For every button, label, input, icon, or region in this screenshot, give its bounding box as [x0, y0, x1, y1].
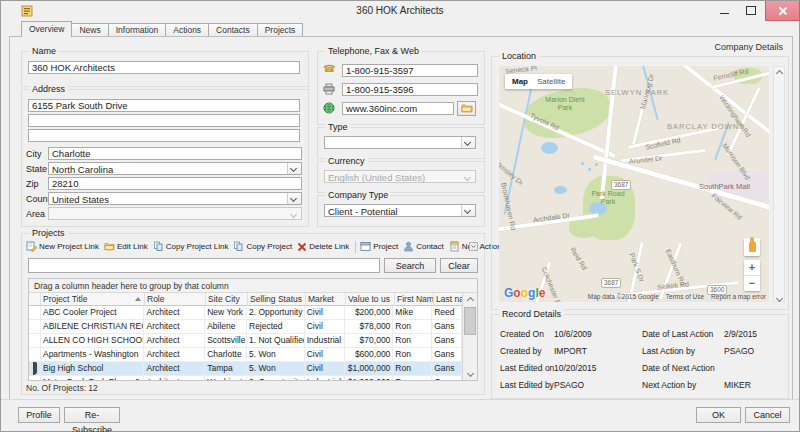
table-cell: Washington	[205, 376, 247, 381]
column-header-value-to-us[interactable]: Value to us	[346, 293, 395, 306]
new-project-link-icon	[26, 241, 37, 252]
map-button[interactable]: Map	[512, 77, 528, 86]
delete-icon	[297, 242, 307, 252]
toolbar-item-label: Copy Project Link	[166, 242, 229, 251]
map-label: Marion Diehl Park	[543, 96, 587, 111]
tab-actions[interactable]: Actions	[165, 23, 209, 36]
table-row[interactable]: Apartments - WashingtonArchitectCharlott…	[29, 348, 462, 362]
table-cell: Industrial	[305, 376, 345, 381]
address-group: Address City State North Carolina Zip Co…	[21, 89, 309, 227]
close-button[interactable]	[765, 1, 800, 21]
resubscribe-button[interactable]: Re-Subscribe	[64, 407, 120, 423]
record-field-value: MIKER	[724, 380, 751, 390]
table-row[interactable]: ABILENE CHRISTIAN RECREATI...ArchitectAb…	[29, 320, 462, 334]
address-line3-input[interactable]	[28, 129, 300, 142]
zip-input[interactable]	[48, 177, 302, 190]
table-row[interactable]: Metro Bank Park Phase 2ArchitectWashingt…	[29, 376, 462, 381]
maximize-button[interactable]	[738, 1, 764, 20]
open-web-button[interactable]	[457, 101, 476, 116]
column-header-role[interactable]: Role	[145, 293, 206, 306]
pegman-control[interactable]	[744, 238, 760, 256]
tab-contacts[interactable]: Contacts	[208, 23, 258, 36]
country-select[interactable]: United States	[48, 192, 302, 205]
table-cell: 2. Opportunity	[247, 376, 305, 381]
project-button[interactable]: Project	[360, 241, 398, 252]
column-header-market[interactable]: Market	[306, 293, 346, 306]
city-input[interactable]	[48, 147, 302, 160]
address-line2-input[interactable]	[28, 114, 300, 127]
table-cell: Scottsville	[205, 334, 247, 347]
address-line1-input[interactable]	[28, 99, 300, 112]
web-input[interactable]	[342, 102, 454, 115]
search-input[interactable]	[28, 258, 380, 273]
dropdown-button[interactable]	[287, 163, 301, 174]
satellite-button[interactable]: Satellite	[537, 77, 565, 86]
delete-link-button[interactable]: Delete Link	[297, 242, 349, 252]
dropdown-button[interactable]	[461, 137, 475, 148]
type-select[interactable]	[324, 136, 476, 149]
table-cell: Civil	[305, 348, 345, 361]
toolbar-overflow-icon[interactable]	[469, 242, 478, 253]
column-header-selling-status[interactable]: Selling Status	[248, 293, 306, 306]
zoom-out-button[interactable]: −	[744, 276, 760, 291]
map-attribution-bar: Map data ©2015 Google Terms of Use Repor…	[588, 293, 766, 300]
footer-divider	[1, 399, 799, 400]
dropdown-button[interactable]	[287, 193, 301, 204]
copy-project-button[interactable]: Copy Project	[233, 241, 292, 252]
chevron-down-icon	[775, 295, 782, 302]
company-type-select[interactable]: Client - Potential	[324, 204, 476, 217]
new-project-link-button[interactable]: New Project Link	[26, 241, 99, 252]
table-cell: Gans	[432, 362, 462, 375]
panel-scrollbar[interactable]	[773, 66, 785, 302]
column-header-site-city[interactable]: Site City	[206, 293, 248, 306]
fax-input[interactable]	[342, 83, 478, 96]
map-type-control: Map Satellite	[505, 74, 572, 89]
record-field-value: 10/6/2009	[554, 329, 592, 339]
table-row[interactable]: ABC Cooler ProjectArchitectNew York ...2…	[29, 306, 462, 320]
contact-button[interactable]: Contact	[403, 241, 444, 252]
table-row[interactable]: ALLEN CO HIGH SCHOOL PH 2ArchitectScotts…	[29, 334, 462, 348]
zoom-in-button[interactable]: +	[744, 260, 760, 275]
column-header-first-name[interactable]: First Name	[395, 293, 434, 306]
tab-overview[interactable]: Overview	[21, 21, 72, 37]
table-cell: 5. Won	[247, 362, 305, 375]
scroll-down-button[interactable]	[463, 368, 477, 380]
grid-scrollbar[interactable]	[462, 293, 477, 380]
edit-link-button[interactable]: Edit Link	[104, 241, 148, 252]
window: 360 HOK Architects Overview News Informa…	[0, 0, 800, 432]
search-button[interactable]: Search	[384, 258, 436, 273]
cancel-button[interactable]: Cancel	[745, 407, 790, 423]
type-group: Type	[317, 127, 485, 159]
record-field-label: Next Action by	[642, 380, 696, 390]
phone-input[interactable]	[342, 64, 478, 77]
column-header-project-title[interactable]: Project Title	[41, 293, 145, 306]
profile-button[interactable]: Profile	[18, 407, 60, 423]
project-icon	[360, 241, 371, 252]
group-by-bar[interactable]: Drag a column header here to group by th…	[29, 279, 477, 293]
copy-project-link-button[interactable]: Copy Project Link	[153, 241, 229, 252]
record-field-label: Last Edited on	[500, 363, 554, 373]
zoom-control: + −	[744, 260, 760, 291]
map-canvas[interactable]: Seneca Pl SELWYN PARK Marion Diehl Park …	[499, 66, 769, 302]
table-cell: ABILENE CHRISTIAN RECREATI...	[41, 320, 145, 333]
state-select[interactable]: North Carolina	[48, 162, 302, 175]
tab-news[interactable]: News	[71, 23, 108, 36]
dropdown-button[interactable]	[461, 205, 475, 216]
report-map-error-link[interactable]: Report a map error	[711, 293, 766, 300]
scroll-up-button[interactable]	[463, 293, 477, 305]
tab-information[interactable]: Information	[108, 23, 167, 36]
tab-projects[interactable]: Projects	[257, 23, 304, 36]
ok-button[interactable]: OK	[696, 407, 741, 423]
table-cell: ALLEN CO HIGH SCHOOL PH 2	[41, 334, 145, 347]
record-field-label: Date of Last Action	[642, 329, 713, 339]
column-header-last-name[interactable]: Last name	[434, 293, 464, 306]
terms-link[interactable]: Terms of Use	[666, 293, 704, 300]
name-input[interactable]	[28, 61, 300, 74]
table-row[interactable]: Big High SchoolArchitectTampa5. WonCivil…	[29, 362, 462, 376]
globe-icon	[323, 102, 335, 116]
clear-button[interactable]: Clear	[440, 258, 478, 273]
window-title: 360 HOK Architects	[1, 5, 799, 16]
minimize-button[interactable]	[711, 1, 737, 20]
scroll-thumb[interactable]	[464, 307, 476, 335]
toolbar-item-label: Copy Project	[246, 242, 292, 251]
